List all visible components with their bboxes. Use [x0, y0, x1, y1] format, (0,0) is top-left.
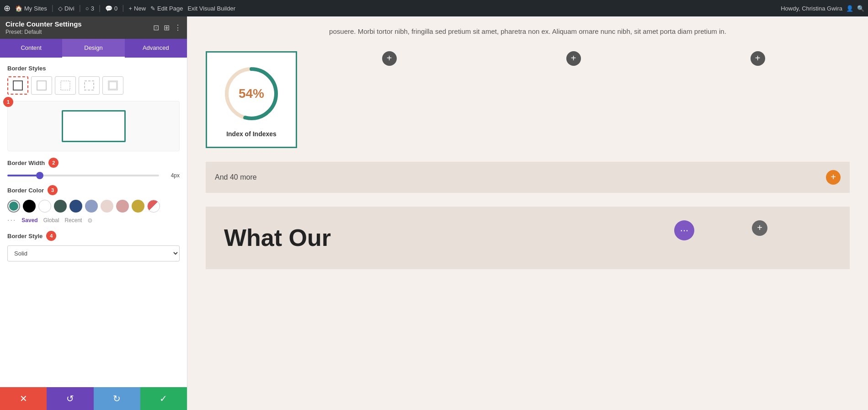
panel-tabs: Content Design Advanced: [0, 39, 187, 58]
avatar: 👤: [846, 5, 853, 12]
divi-icon: ◇: [58, 5, 63, 12]
svg-rect-0: [13, 81, 22, 90]
badge-4: 4: [46, 231, 56, 241]
my-sites-link[interactable]: 🏠 My Sites: [15, 5, 47, 12]
add-counter-btn-2[interactable]: +: [566, 51, 581, 66]
svg-rect-3: [85, 81, 94, 90]
new-link[interactable]: + New: [128, 5, 146, 12]
comments-link[interactable]: 💬 0: [105, 5, 117, 12]
border-style-select[interactable]: None Solid Dashed Dotted Double: [7, 245, 180, 261]
settings-panel: Circle Counter Settings Preset: Default …: [0, 16, 187, 410]
color-swatch-light-blue[interactable]: [85, 200, 98, 213]
svg-rect-1: [37, 81, 46, 90]
color-tab-global[interactable]: Global: [43, 217, 59, 224]
color-swatch-dark-blue[interactable]: [69, 200, 82, 213]
minimize-icon[interactable]: ⊡: [153, 23, 159, 32]
circle-label: Index of Indexes: [226, 130, 277, 138]
border-preview-box: 1: [7, 101, 180, 151]
circle-counter-widget: 54% Index of Indexes: [206, 51, 297, 148]
action-bar: ✕ ↺ ↻ ✓: [0, 387, 187, 410]
tab-design[interactable]: Design: [62, 39, 124, 58]
confirm-button[interactable]: ✓: [140, 387, 187, 410]
pencil-icon: ✎: [150, 5, 155, 12]
color-swatch-black[interactable]: [23, 200, 36, 213]
more-row: And 40 more +: [206, 162, 850, 193]
border-opt-double[interactable]: [102, 76, 123, 95]
undo-icon: ↺: [66, 393, 74, 404]
color-swatch-gold[interactable]: [132, 200, 144, 213]
border-styles-title: Border Styles: [7, 65, 180, 72]
purple-menu-btn[interactable]: ···: [674, 220, 694, 240]
edit-page-link[interactable]: ✎ Edit Page: [150, 5, 183, 12]
border-styles-section: Border Styles: [7, 65, 180, 151]
text-block: posuere. Morbi tortor nibh, fringilla se…: [206, 26, 850, 37]
color-swatch-teal[interactable]: [7, 200, 20, 213]
add-counter-btn-3[interactable]: +: [751, 51, 765, 66]
svg-rect-4: [108, 81, 117, 90]
badge-1: 1: [3, 97, 13, 107]
border-opt-dotted[interactable]: [55, 76, 76, 95]
gear-icon[interactable]: ⚙: [87, 217, 93, 224]
color-swatches: [7, 200, 180, 213]
undo-button[interactable]: ↺: [47, 387, 93, 410]
what-our-title: What Our: [224, 225, 831, 251]
border-width-title: Border Width 2: [7, 158, 180, 168]
color-tab-saved[interactable]: Saved: [21, 217, 37, 224]
slider-row: 4px: [7, 172, 180, 179]
add-counter-btn-1[interactable]: +: [382, 51, 397, 66]
redo-icon: ↻: [113, 393, 121, 404]
color-swatch-white[interactable]: [38, 200, 51, 213]
border-width-section: Border Width 2 4px: [7, 158, 180, 179]
dots-icon: ···: [7, 216, 16, 224]
color-swatch-clear[interactable]: [147, 200, 160, 213]
color-tab-recent[interactable]: Recent: [64, 217, 82, 224]
cancel-icon: ✕: [20, 393, 27, 404]
confirm-icon: ✓: [160, 393, 167, 404]
border-style-section: Border Style 4 None Solid Dashed Dotted …: [7, 231, 180, 261]
border-opt-dashed[interactable]: [79, 76, 100, 95]
more-text: And 40 more: [215, 173, 257, 181]
panel-preset[interactable]: Preset: Default: [5, 29, 82, 35]
page-canvas[interactable]: posuere. Morbi tortor nibh, fringilla se…: [187, 16, 868, 410]
color-swatch-pink[interactable]: [116, 200, 129, 213]
search-icon[interactable]: 🔍: [857, 5, 864, 12]
top-bar-right: Howdy, Christina Gwira 👤 🔍: [781, 5, 864, 12]
tab-content[interactable]: Content: [0, 39, 62, 58]
layout-icon[interactable]: ⊞: [164, 23, 170, 32]
color-tabs: ··· Saved Global Recent ⚙: [7, 216, 180, 224]
wordpress-icon[interactable]: ⊕: [4, 3, 11, 13]
badge-2: 2: [48, 158, 59, 168]
exit-visual-builder-link[interactable]: Exit Visual Builder: [187, 5, 235, 12]
top-bar: ⊕ 🏠 My Sites | ◇ Divi | ○ 3 | 💬 0 | + Ne…: [0, 0, 868, 16]
divi-link[interactable]: ◇ Divi: [58, 5, 75, 12]
panel-header: Circle Counter Settings Preset: Default …: [0, 16, 187, 39]
comment-icon: 💬: [105, 5, 112, 12]
add-more-btn[interactable]: +: [826, 170, 841, 185]
cancel-button[interactable]: ✕: [0, 387, 47, 410]
plus-icon: +: [128, 5, 132, 12]
redo-button[interactable]: ↻: [94, 387, 140, 410]
badge-3: 3: [48, 185, 58, 195]
border-width-value: 4px: [164, 172, 180, 179]
canvas-inner: posuere. Morbi tortor nibh, fringilla se…: [187, 16, 868, 278]
border-color-section: Border Color 3 ··· Saved: [7, 185, 180, 224]
color-swatch-dark-green[interactable]: [54, 200, 67, 213]
border-width-slider[interactable]: [7, 175, 159, 176]
placeholder-counters: + + +: [297, 51, 850, 66]
svg-rect-5: [109, 82, 117, 89]
circle-chart: 54%: [219, 62, 283, 126]
more-icon[interactable]: ⋮: [174, 23, 181, 32]
main-area: Circle Counter Settings Preset: Default …: [0, 16, 868, 410]
counter-row: 54% Index of Indexes + + +: [206, 51, 850, 148]
circle-percent: 54%: [239, 86, 264, 101]
svg-rect-2: [61, 81, 70, 90]
floating-add-btn[interactable]: +: [752, 220, 767, 236]
tab-advanced[interactable]: Advanced: [125, 39, 187, 58]
border-opt-none[interactable]: [31, 76, 52, 95]
panel-header-icons: ⊡ ⊞ ⋮: [153, 23, 181, 32]
color-swatch-pink-light[interactable]: [101, 200, 113, 213]
what-our-section: What Our ··· +: [206, 207, 850, 269]
panel-content: Border Styles: [0, 58, 187, 387]
border-style-options: [7, 76, 180, 95]
border-opt-solid[interactable]: [7, 76, 28, 95]
